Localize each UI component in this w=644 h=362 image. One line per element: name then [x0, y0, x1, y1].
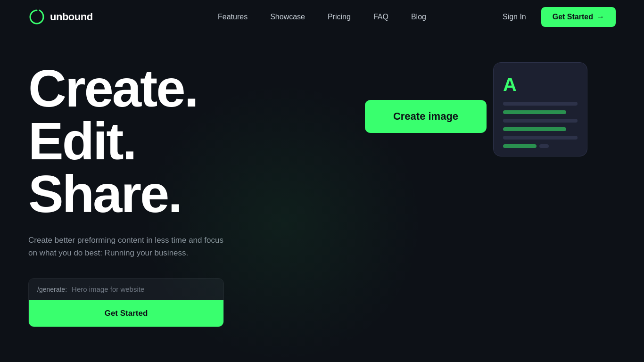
nav-showcase[interactable]: Showcase — [270, 13, 305, 21]
nav-links: Features Showcase Pricing FAQ Blog — [218, 13, 426, 21]
doc-card-mockup: A — [493, 62, 587, 156]
doc-line-6b — [539, 144, 549, 148]
nav-features[interactable]: Features — [218, 13, 248, 21]
hero-section: Create. Edit. Share. Create better prefo… — [0, 34, 644, 362]
doc-line-4 — [503, 127, 566, 131]
headline-line3: Share. — [28, 165, 181, 223]
doc-line-2 — [503, 110, 566, 114]
create-image-button[interactable]: Create image — [365, 100, 487, 133]
nav-pricing[interactable]: Pricing — [328, 13, 351, 21]
logo-icon — [28, 8, 45, 25]
input-prefix: /generate: — [37, 286, 67, 293]
nav-blog[interactable]: Blog — [411, 13, 426, 21]
hero-input-container: /generate: Get Started — [28, 278, 224, 327]
hero-headline: Create. Edit. Share. — [28, 62, 292, 221]
headline-line1: Create. — [28, 59, 198, 118]
logo[interactable]: unbound — [28, 8, 93, 25]
logo-text: unbound — [50, 11, 93, 23]
hero-right: Create image A — [292, 53, 616, 362]
nav-right: Sign In Get Started → — [503, 7, 616, 27]
sign-in-link[interactable]: Sign In — [503, 13, 526, 21]
doc-line-1 — [503, 102, 578, 106]
hero-left: Create. Edit. Share. Create better prefo… — [28, 53, 292, 362]
hero-get-started-button[interactable]: Get Started — [29, 300, 223, 327]
hero-subtext: Create better preforming content in less… — [28, 234, 226, 259]
input-row: /generate: — [29, 279, 223, 300]
doc-line-3 — [503, 119, 578, 123]
nav-get-started-button[interactable]: Get Started → — [541, 7, 616, 27]
headline-line2: Edit. — [28, 112, 136, 171]
doc-line-pair — [503, 144, 578, 148]
nav-faq[interactable]: FAQ — [373, 13, 388, 21]
navbar: unbound Features Showcase Pricing FAQ Bl… — [0, 0, 644, 34]
generate-input[interactable] — [72, 285, 215, 293]
doc-line-6a — [503, 144, 537, 148]
doc-line-5 — [503, 136, 578, 140]
doc-letter: A — [503, 74, 578, 95]
